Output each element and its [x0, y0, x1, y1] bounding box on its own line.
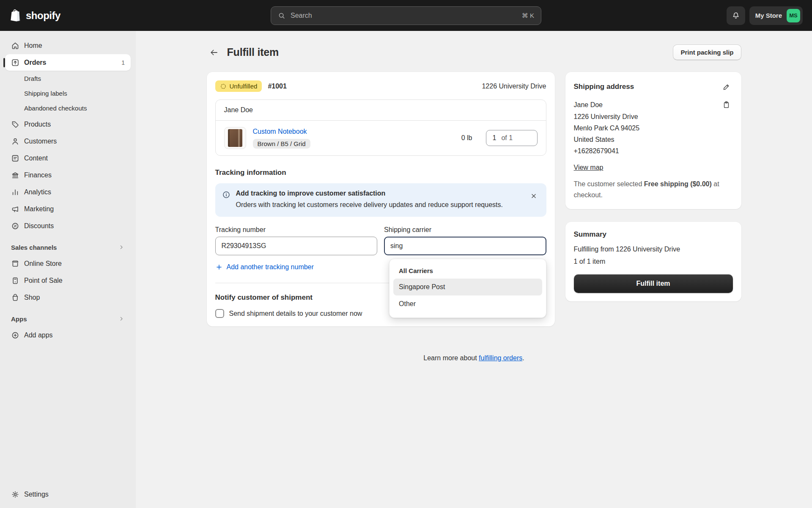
sidebar-item-add-apps[interactable]: Add apps	[5, 327, 131, 343]
fulfillment-card: Unfulfilled #1001 1226 University Drive …	[207, 72, 555, 326]
carrier-option-other[interactable]: Other	[393, 295, 542, 312]
search-input[interactable]	[291, 12, 517, 19]
bell-icon	[732, 11, 740, 20]
sidebar-item-online-store[interactable]: Online Store	[5, 255, 131, 272]
global-search[interactable]: ⌘ K	[271, 6, 541, 25]
close-icon	[530, 192, 538, 200]
sidebar-item-home[interactable]: Home	[5, 37, 131, 54]
sidebar-item-label: Drafts	[24, 75, 41, 82]
sidebar-item-orders[interactable]: Orders 1	[5, 54, 131, 71]
sidebar-item-label: Customers	[24, 138, 57, 145]
sidebar-item-label: Orders	[24, 59, 46, 66]
address-line: Menlo Park CA 94025	[574, 122, 733, 134]
storefront-icon	[11, 260, 19, 268]
account-menu[interactable]: My Store MS	[749, 6, 803, 25]
sidebar-item-analytics[interactable]: Analytics	[5, 184, 131, 200]
sidebar-section-sales-channels[interactable]: Sales channels	[5, 241, 131, 254]
percent-icon	[11, 222, 19, 230]
print-packing-slip-button[interactable]: Print packing slip	[673, 44, 741, 60]
sidebar-item-label: Shipping labels	[24, 90, 67, 97]
address-line: Jane Doe	[574, 99, 603, 110]
info-icon	[222, 190, 230, 199]
address-line: +16282679041	[574, 145, 733, 157]
product-thumbnail	[224, 127, 246, 149]
main-content: Fulfill item Print packing slip Unfulfil…	[136, 31, 812, 508]
orders-icon	[11, 58, 19, 67]
quantity-input[interactable]: 1 of 1	[486, 130, 538, 146]
sidebar-item-label: Marketing	[24, 205, 54, 213]
bank-icon	[11, 171, 19, 179]
sidebar-item-shipping-labels[interactable]: Shipping labels	[5, 86, 131, 101]
sidebar-item-shop[interactable]: Shop	[5, 289, 131, 306]
edit-address-button[interactable]	[720, 80, 733, 93]
topbar: shopify ⌘ K My Store MS	[0, 0, 812, 31]
tracking-info-banner: Add tracking to improve customer satisfa…	[215, 183, 546, 217]
sidebar-item-finances[interactable]: Finances	[5, 167, 131, 183]
sidebar-item-label: Point of Sale	[24, 277, 63, 284]
sidebar-item-customers[interactable]: Customers	[5, 133, 131, 149]
banner-close-button[interactable]	[528, 190, 540, 202]
megaphone-icon	[11, 205, 19, 213]
notifications-button[interactable]	[727, 6, 745, 25]
fulfill-item-button[interactable]: Fulfill item	[574, 274, 733, 293]
chevron-right-icon	[118, 315, 125, 322]
clipboard-icon	[722, 101, 730, 109]
notebook-image	[228, 129, 242, 147]
view-map-link[interactable]: View map	[574, 164, 604, 171]
add-tracking-number-button[interactable]: Add another tracking number	[215, 263, 314, 271]
line-item-row: Custom Notebook Brown / B5 / Grid 0 lb 1…	[216, 121, 546, 155]
sidebar-section-apps[interactable]: Apps	[5, 312, 131, 325]
sidebar-item-label: Online Store	[24, 260, 62, 268]
sidebar-item-abandoned-checkouts[interactable]: Abandoned checkouts	[5, 101, 131, 116]
avatar: MS	[787, 9, 800, 22]
sidebar-item-label: Analytics	[24, 188, 51, 196]
add-tracking-number-label: Add another tracking number	[227, 263, 314, 271]
summary-heading: Summary	[574, 230, 733, 239]
bar-chart-icon	[11, 188, 19, 196]
sidebar-item-discounts[interactable]: Discounts	[5, 218, 131, 234]
banner-body: Orders with tracking let customers recei…	[236, 199, 507, 210]
sidebar-item-label: Finances	[24, 171, 52, 179]
carrier-dropdown-header: All Carriers	[393, 263, 542, 279]
shipping-address-card: Shipping address Jane Doe	[565, 72, 741, 209]
shipping-carrier-label: Shipping carrier	[384, 226, 546, 234]
sidebar-item-label: Add apps	[24, 331, 53, 339]
fulfillment-location: 1226 University Drive	[482, 83, 546, 90]
search-icon	[278, 12, 285, 19]
section-label: Sales channels	[11, 244, 57, 251]
store-name: My Store	[755, 12, 782, 19]
sidebar-item-settings[interactable]: Settings	[5, 486, 131, 502]
back-button[interactable]	[207, 45, 221, 60]
sidebar-item-marketing[interactable]: Marketing	[5, 201, 131, 217]
shipping-method-note: The customer selected Free shipping ($0.…	[574, 179, 733, 201]
customer-name: Jane Doe	[216, 100, 546, 121]
page-title: Fulfill item	[227, 46, 279, 58]
product-link[interactable]: Custom Notebook	[253, 128, 310, 135]
shopify-logo[interactable]: shopify	[9, 8, 60, 23]
sidebar-item-label: Products	[24, 121, 51, 128]
section-label: Apps	[11, 315, 27, 323]
tracking-number-label: Tracking number	[215, 226, 378, 234]
address-line: 1226 University Drive	[574, 111, 733, 122]
shipping-address-heading: Shipping address	[574, 83, 634, 91]
tag-icon	[11, 120, 19, 129]
sidebar-item-products[interactable]: Products	[5, 116, 131, 133]
shopify-wordmark: shopify	[26, 10, 60, 22]
sidebar-item-content[interactable]: Content	[5, 150, 131, 166]
banner-title: Add tracking to improve customer satisfa…	[236, 190, 522, 197]
fulfilling-orders-link[interactable]: fulfilling orders	[479, 354, 522, 362]
sidebar-item-drafts[interactable]: Drafts	[5, 71, 131, 86]
search-shortcut: ⌘ K	[522, 12, 534, 19]
shipping-carrier-input[interactable]	[384, 237, 546, 255]
item-weight: 0 lb	[461, 134, 472, 142]
sidebar-item-point-of-sale[interactable]: Point of Sale	[5, 272, 131, 289]
carrier-option-singapore-post[interactable]: Singapore Post	[393, 279, 542, 295]
tracking-number-input[interactable]	[215, 237, 378, 255]
note-prefix: The customer selected	[574, 180, 644, 188]
copy-address-button[interactable]	[720, 98, 733, 111]
sidebar-item-label: Abandoned checkouts	[24, 105, 87, 112]
orders-count-badge: 1	[121, 59, 125, 66]
notify-customer-checkbox[interactable]	[215, 309, 224, 318]
summary-card: Summary Fulfilling from 1226 University …	[565, 222, 741, 301]
tracking-section-heading: Tracking information	[215, 168, 546, 177]
